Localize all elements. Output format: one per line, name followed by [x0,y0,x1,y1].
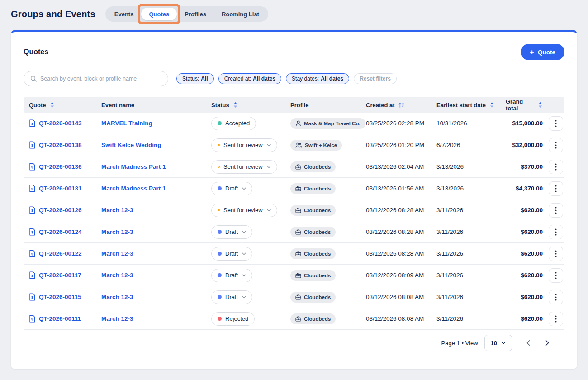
event-link[interactable]: March 12-3 [101,294,133,300]
next-page-button[interactable] [541,337,554,348]
sort-icon[interactable] [233,102,238,108]
tab-rooming-list[interactable]: Rooming List [214,8,267,20]
quote-link[interactable]: QT-2026-00124 [39,228,82,235]
profile-chip[interactable]: Mask & Map Travel Co. [290,118,365,129]
quote-link[interactable]: QT-2026-00136 [39,163,82,170]
row-menu-button[interactable] [549,225,563,239]
row-menu-button[interactable] [549,312,563,326]
filter-chip-created-at[interactable]: Created at: All dates [218,73,281,84]
status-pill[interactable]: Rejected [211,312,255,326]
sort-icon[interactable] [538,102,543,108]
grand-total-cell: $620.00 [500,207,547,214]
search-box[interactable] [24,71,168,86]
created-at-cell: 03/13/2026 01:56 AM [360,185,431,192]
table-row: $QT-2026-00111March 12-3RejectedCloudbed… [24,308,564,330]
status-dot [218,121,222,125]
page-size-select[interactable]: 10 [484,335,512,351]
event-link[interactable]: MARVEL Training [101,120,152,127]
profile-chip[interactable]: Cloudbeds [290,248,336,259]
status-pill[interactable]: Sent for review [211,160,277,174]
event-link[interactable]: Swift Kelce Wedding [101,142,161,148]
quote-link[interactable]: QT-2026-00143 [39,120,82,127]
event-link[interactable]: March 12-3 [101,228,133,235]
profile-name: Cloudbeds [304,186,331,191]
page-size-value: 10 [491,340,497,347]
profile-chip[interactable]: Cloudbeds [290,270,336,281]
column-header-quote[interactable]: Quote [24,102,96,109]
row-menu-button[interactable] [549,181,563,196]
quote-link[interactable]: QT-2026-00131 [39,185,82,192]
kebab-icon [555,120,557,127]
column-label: Profile [290,102,308,109]
kebab-icon [555,250,557,257]
actions-cell [547,225,564,239]
tab-profiles[interactable]: Profiles [177,8,214,20]
table-row: $QT-2026-00136March Madness Part 1Sent f… [24,156,564,178]
status-pill[interactable]: Sent for review [211,138,277,152]
status-pill[interactable]: Draft [211,225,252,239]
row-menu-button[interactable] [549,116,563,131]
quote-document-icon: $ [29,185,35,192]
quote-document-icon: $ [29,250,35,257]
filter-chip-status[interactable]: Status: All [176,73,214,84]
status-pill[interactable]: Accepted [211,117,256,130]
grand-total-cell: $4,370.00 [500,185,547,192]
column-header-earliest-start-date[interactable]: Earliest start date [431,102,500,109]
kebab-icon [555,315,557,323]
row-menu-button[interactable] [549,247,563,261]
tab-quotes[interactable]: Quotes [141,8,177,20]
status-pill[interactable]: Draft [211,269,252,282]
status-pill[interactable]: Draft [211,182,252,195]
actions-cell [547,290,564,304]
reset-filters-button[interactable]: Reset filters [354,73,397,84]
kebab-icon [555,294,557,301]
profile-cell: Cloudbeds [285,314,360,324]
event-cell: March 12-3 [96,315,206,322]
table-body: $QT-2026-00143MARVEL TrainingAcceptedMas… [24,113,564,330]
sort-icon[interactable] [489,102,494,108]
row-menu-button[interactable] [549,290,563,304]
filter-chip-stay-dates[interactable]: Stay dates: All dates [286,73,349,84]
sort-active-icon[interactable] [398,102,405,108]
column-header-created-at[interactable]: Created at [360,102,431,109]
start-date-cell: 10/31/2026 [431,120,500,127]
profile-chip[interactable]: Cloudbeds [290,162,336,172]
event-cell: MARVEL Training [96,120,206,127]
row-menu-button[interactable] [549,268,563,283]
profile-chip[interactable]: Cloudbeds [290,314,336,324]
row-menu-button[interactable] [549,138,563,152]
event-cell: March 12-3 [96,228,206,235]
profile-chip[interactable]: Cloudbeds [290,205,336,216]
status-label: Draft [225,250,238,257]
column-header-grand-total[interactable]: Grand total [500,98,547,112]
quote-link[interactable]: QT-2026-00111 [39,315,81,322]
status-pill[interactable]: Sent for review [211,204,277,217]
event-link[interactable]: March Madness Part 1 [101,163,166,170]
event-link[interactable]: March 12-3 [101,315,133,322]
event-link[interactable]: March 12-3 [101,207,133,214]
quote-link[interactable]: QT-2026-00138 [39,142,82,148]
profile-chip[interactable]: Swift + Kelce [290,140,342,151]
row-menu-button[interactable] [549,160,563,174]
profile-chip[interactable]: Cloudbeds [290,227,336,238]
profile-chip[interactable]: Cloudbeds [290,292,336,303]
event-link[interactable]: March 12-3 [101,250,133,257]
prev-page-button[interactable] [522,337,535,348]
kebab-icon [555,207,557,214]
search-input[interactable] [40,76,161,82]
quote-link[interactable]: QT-2026-00126 [39,207,82,214]
status-pill[interactable]: Draft [211,290,252,304]
add-quote-button[interactable]: + Quote [521,44,564,60]
row-menu-button[interactable] [549,203,563,218]
quote-link[interactable]: QT-2026-00115 [39,294,81,300]
briefcase-icon [295,164,301,170]
event-link[interactable]: March Madness Part 1 [101,185,166,192]
sort-icon[interactable] [50,102,55,108]
tab-events[interactable]: Events [107,8,142,20]
status-pill[interactable]: Draft [211,247,252,261]
event-link[interactable]: March 12-3 [101,272,133,279]
column-header-status[interactable]: Status [206,102,285,109]
profile-chip[interactable]: Cloudbeds [290,183,336,194]
quote-link[interactable]: QT-2026-00122 [39,250,82,257]
quote-link[interactable]: QT-2026-00117 [39,272,81,279]
